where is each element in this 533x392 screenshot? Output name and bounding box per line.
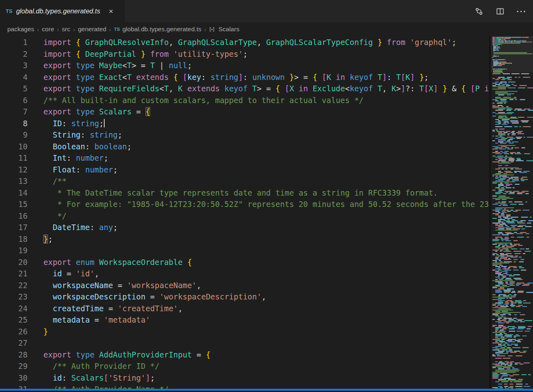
code-line-text: createdTime = 'createdTime',: [43, 303, 489, 314]
code-line[interactable]: 9 String: string;: [0, 129, 489, 141]
line-number[interactable]: 20: [0, 256, 28, 268]
line-number[interactable]: 19: [0, 245, 28, 256]
tab-global-db-types-generated[interactable]: TS global.db.types.generated.ts ×: [0, 0, 125, 22]
line-number[interactable]: 13: [0, 175, 28, 187]
line-number[interactable]: 8: [0, 118, 28, 129]
code-line[interactable]: 11 Int: number;: [0, 152, 489, 164]
code-line-text: export enum WorkspaceOrderable {: [43, 256, 489, 268]
line-number[interactable]: 5: [0, 83, 28, 95]
line-number[interactable]: 1: [0, 37, 28, 48]
code-line-text: export type Exact<T extends { [key: stri…: [43, 71, 489, 83]
code-line-text: Float: number;: [43, 164, 489, 176]
code-line[interactable]: 24 createdTime = 'createdTime',: [0, 303, 489, 314]
line-number[interactable]: 10: [0, 141, 28, 153]
code-line[interactable]: 26}: [0, 326, 489, 338]
line-number[interactable]: 25: [0, 314, 28, 326]
code-line-text: workspaceName = 'workspaceName',: [43, 280, 489, 291]
code-line[interactable]: 10 Boolean: boolean;: [0, 141, 489, 153]
breadcrumb-file[interactable]: TSglobal.db.types.generated.ts: [114, 26, 201, 33]
minimap[interactable]: [491, 36, 533, 389]
code-line[interactable]: 20export enum WorkspaceOrderable {: [0, 256, 489, 268]
line-number[interactable]: 4: [0, 71, 28, 83]
status-accent-bar: [0, 389, 533, 392]
line-number[interactable]: 31: [0, 383, 28, 389]
code-line-text: id: Scalars['String'];: [43, 372, 489, 384]
line-number[interactable]: 16: [0, 210, 28, 222]
code-line[interactable]: 27: [0, 337, 489, 349]
code-line-text: * For example: "1985-04-12T23:20:50.52Z"…: [43, 198, 489, 210]
breadcrumb-item-generated[interactable]: generated: [78, 26, 106, 33]
code-line[interactable]: 12 Float: number;: [0, 164, 489, 176]
line-number[interactable]: 29: [0, 360, 28, 372]
line-number[interactable]: 28: [0, 349, 28, 361]
code-line-text: String: string;: [43, 129, 489, 141]
code-line[interactable]: 4export type Exact<T extends { [key: str…: [0, 71, 489, 83]
breadcrumb-item-src[interactable]: src: [62, 26, 71, 33]
breadcrumb-symbol[interactable]: Scalars: [209, 26, 239, 33]
line-number[interactable]: 6: [0, 95, 28, 106]
code-line[interactable]: 8 ID: string;: [0, 118, 489, 129]
code-line[interactable]: 30 id: Scalars['String'];: [0, 372, 489, 384]
line-number[interactable]: 15: [0, 198, 28, 210]
more-actions-icon[interactable]: ⋯: [516, 6, 527, 17]
line-number[interactable]: 2: [0, 48, 28, 60]
code-line-text: /** All built-in and custom scalars, map…: [43, 95, 489, 106]
code-line[interactable]: 31 /** Auth Provider Name */: [0, 383, 489, 389]
code-line[interactable]: 7export type Scalars = {: [0, 106, 489, 118]
code-line[interactable]: 23 workspaceDescription = 'workspaceDesc…: [0, 291, 489, 303]
breadcrumb-item-packages[interactable]: packages: [7, 26, 34, 33]
breadcrumb: packages›core›src›generated›TSglobal.db.…: [0, 22, 533, 36]
code-line[interactable]: 22 workspaceName = 'workspaceName',: [0, 280, 489, 291]
code-line-text: export type RequireFields<T, K extends k…: [43, 83, 489, 95]
code-line-text: ID: string;: [43, 118, 489, 129]
line-number[interactable]: 17: [0, 222, 28, 233]
line-number[interactable]: 7: [0, 106, 28, 118]
code-line-text: import { DeepPartial } from 'utility-typ…: [43, 48, 489, 60]
code-line[interactable]: 2import { DeepPartial } from 'utility-ty…: [0, 48, 489, 60]
line-number[interactable]: 24: [0, 303, 28, 314]
code-line[interactable]: 14 * The DateTime scalar type represents…: [0, 187, 489, 199]
code-line-text: [43, 245, 489, 256]
code-line[interactable]: 16 */: [0, 210, 489, 222]
code-line-text: workspaceDescription = 'workspaceDescrip…: [43, 291, 489, 303]
line-number[interactable]: 14: [0, 187, 28, 199]
line-number[interactable]: 22: [0, 280, 28, 291]
code-line-text: id = 'id',: [43, 268, 489, 280]
code-line[interactable]: 3export type Maybe<T> = T | null;: [0, 60, 489, 71]
text-cursor: [104, 119, 105, 127]
line-number[interactable]: 3: [0, 60, 28, 71]
typescript-file-icon: TS: [6, 8, 13, 14]
code-line[interactable]: 19: [0, 245, 489, 256]
line-number[interactable]: 30: [0, 372, 28, 384]
code-line-text: /** Auth Provider Name */: [43, 383, 489, 389]
code-line[interactable]: 21 id = 'id',: [0, 268, 489, 280]
code-line[interactable]: 25 metadata = 'metadata': [0, 314, 489, 326]
line-number[interactable]: 9: [0, 129, 28, 141]
code-line[interactable]: 13 /**: [0, 175, 489, 187]
code-line[interactable]: 28export type AddAuthProviderInput = {: [0, 349, 489, 361]
code-line[interactable]: 18};: [0, 233, 489, 245]
code-line-text: DateTime: any;: [43, 222, 489, 233]
close-tab-icon[interactable]: ×: [109, 7, 113, 15]
compare-changes-icon[interactable]: [474, 6, 484, 17]
editor-tab-bar: TS global.db.types.generated.ts × ⋯: [0, 0, 533, 22]
code-line[interactable]: 6/** All built-in and custom scalars, ma…: [0, 95, 489, 106]
code-line[interactable]: 29 /** Auth Provider ID */: [0, 360, 489, 372]
code-line-text: export type AddAuthProviderInput = {: [43, 349, 489, 361]
code-line[interactable]: 15 * For example: "1985-04-12T23:20:50.5…: [0, 198, 489, 210]
code-line[interactable]: 1import { GraphQLResolveInfo, GraphQLSca…: [0, 37, 489, 48]
line-number[interactable]: 11: [0, 152, 28, 164]
line-number[interactable]: 12: [0, 164, 28, 176]
code-area[interactable]: 1import { GraphQLResolveInfo, GraphQLSca…: [0, 36, 489, 389]
line-number[interactable]: 21: [0, 268, 28, 280]
editor[interactable]: 1import { GraphQLResolveInfo, GraphQLSca…: [0, 36, 533, 389]
line-number[interactable]: 18: [0, 233, 28, 245]
code-line[interactable]: 17 DateTime: any;: [0, 222, 489, 233]
breadcrumb-separator: ›: [109, 26, 111, 33]
breadcrumb-item-core[interactable]: core: [42, 26, 54, 33]
split-editor-icon[interactable]: [495, 6, 505, 17]
line-number[interactable]: 27: [0, 337, 28, 349]
line-number[interactable]: 23: [0, 291, 28, 303]
code-line[interactable]: 5export type RequireFields<T, K extends …: [0, 83, 489, 95]
line-number[interactable]: 26: [0, 326, 28, 338]
